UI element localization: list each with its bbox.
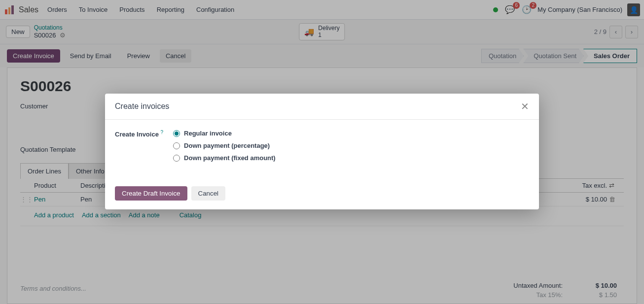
radio-regular-invoice[interactable]: Regular invoice — [173, 130, 276, 137]
create-invoice-field-label: Create Invoice — [115, 131, 159, 138]
radio-down-fixed-label: Down payment (fixed amount) — [184, 154, 276, 162]
radio-down-pct-label: Down payment (percentage) — [184, 142, 270, 149]
radio-down-payment-percentage[interactable]: Down payment (percentage) — [173, 142, 276, 149]
radio-regular-invoice-label: Regular invoice — [184, 130, 232, 137]
help-icon[interactable]: ? — [161, 130, 164, 135]
modal-close-button[interactable]: ✕ — [521, 101, 529, 112]
create-draft-invoice-button[interactable]: Create Draft Invoice — [115, 186, 187, 201]
radio-down-pct-input[interactable] — [173, 142, 180, 149]
radio-down-fixed-input[interactable] — [173, 155, 180, 162]
invoice-type-radios: Regular invoice Down payment (percentage… — [173, 130, 276, 167]
modal-cancel-button[interactable]: Cancel — [191, 186, 226, 201]
create-invoices-modal: Create invoices ✕ Create Invoice ? Regul… — [105, 94, 539, 209]
modal-overlay[interactable]: Create invoices ✕ Create Invoice ? Regul… — [0, 0, 644, 304]
radio-down-payment-fixed[interactable]: Down payment (fixed amount) — [173, 154, 276, 162]
modal-title: Create invoices — [115, 102, 169, 111]
radio-regular-invoice-input[interactable] — [173, 130, 180, 137]
